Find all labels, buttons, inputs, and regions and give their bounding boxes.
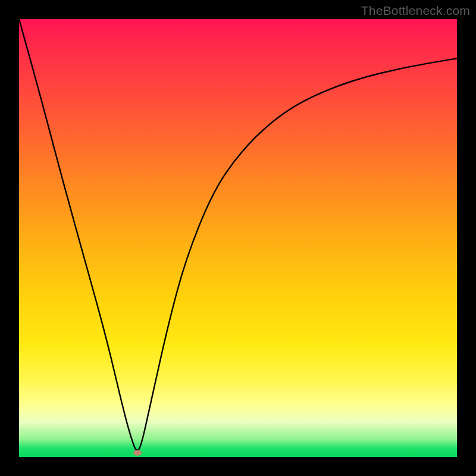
watermark-text: TheBottleneck.com bbox=[361, 4, 470, 18]
chart-frame: TheBottleneck.com bbox=[0, 0, 476, 476]
curve-svg bbox=[19, 19, 457, 457]
curve-minimum-marker bbox=[133, 450, 142, 456]
plot-area bbox=[19, 19, 457, 457]
bottleneck-curve bbox=[19, 19, 457, 450]
